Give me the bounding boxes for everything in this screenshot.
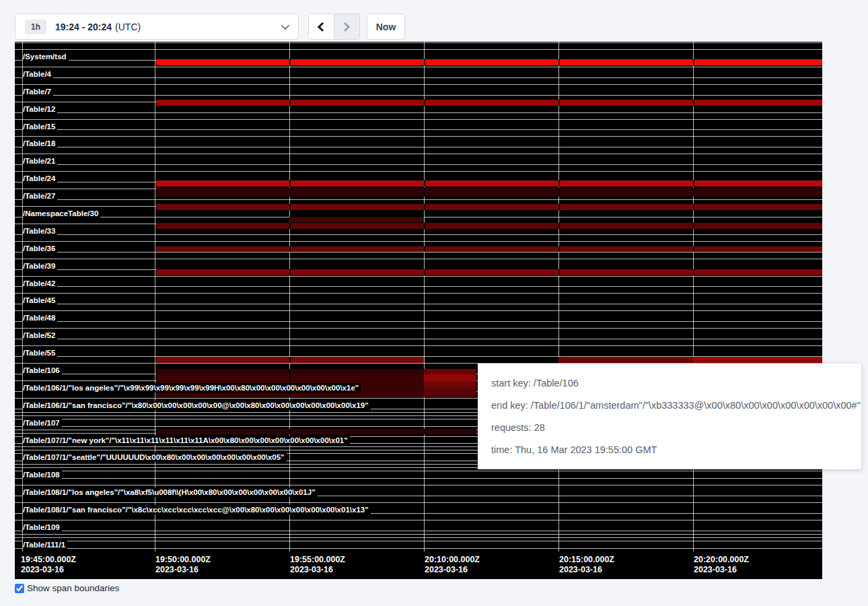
span-boundary-line	[15, 541, 822, 541]
heat-band-separator	[558, 223, 560, 229]
row-label: /Table/108/1/"san francisco"/"\x8c\xcc\x…	[23, 505, 371, 514]
row-label: /Table/7	[23, 87, 53, 96]
row-label: /Table/108/1/"los angeles"/"\xa8\xf5\u00…	[23, 487, 318, 497]
heat-band-separator	[424, 269, 425, 275]
tooltip-end-key: end key: /Table/106/1/"amsterdam"/"\xb33…	[491, 395, 848, 417]
time-axis-tick: 20:10:00.000Z2023-03-16	[425, 555, 480, 575]
row-label: /Table/106	[23, 366, 62, 375]
heat-band-separator	[289, 204, 291, 210]
heat-band	[156, 100, 822, 106]
span-boundary-line	[15, 304, 822, 304]
heat-band	[558, 357, 693, 363]
heat-band-separator	[693, 100, 694, 106]
time-range-selector[interactable]: 1h 19:24 - 20:24 (UTC)	[15, 13, 299, 40]
heat-band	[156, 204, 822, 210]
span-boundary-line	[15, 171, 822, 172]
heat-band-separator	[424, 100, 425, 106]
time-range-text: 19:24 - 20:24	[55, 22, 112, 32]
span-boundary-line	[15, 259, 822, 259]
heat-band-separator	[693, 59, 694, 65]
row-label: /Table/108	[23, 470, 62, 479]
span-boundary-line	[15, 534, 822, 535]
previous-interval-button[interactable]	[309, 14, 334, 39]
heat-band	[424, 369, 476, 374]
now-button[interactable]: Now	[367, 13, 405, 40]
row-label: /Table/36	[23, 244, 57, 253]
show-span-boundaries-label: Show span boundaries	[27, 583, 119, 593]
heat-band-separator	[693, 269, 694, 275]
row-label: /Table/106/1/"san francisco"/"\x80\x00\x…	[23, 401, 371, 410]
span-boundary-line	[15, 548, 822, 549]
span-boundary-line	[15, 485, 822, 485]
heat-band-separator	[693, 180, 694, 187]
heat-band	[424, 382, 476, 389]
heat-band-separator	[424, 59, 425, 65]
span-boundary-line	[15, 339, 822, 339]
heat-band-separator	[289, 188, 291, 197]
heat-band-separator	[289, 369, 291, 374]
time-axis-tick: 19:45:00.000Z2023-03-16	[21, 555, 76, 575]
heat-band-separator	[424, 223, 425, 229]
span-boundary-line	[15, 241, 822, 242]
span-boundary-line	[15, 293, 822, 294]
chevron-right-icon	[340, 22, 350, 31]
row-label: /NamespaceTable/30	[23, 209, 100, 218]
span-boundary-line	[15, 77, 822, 78]
heat-band-separator	[558, 204, 560, 210]
heat-band-separator	[558, 246, 560, 252]
heat-band-separator	[424, 180, 425, 187]
key-visualizer-heatmap[interactable]: /System/tsd/Table/4/Table/7/Table/12/Tab…	[15, 42, 822, 579]
timezone-text: (UTC)	[115, 22, 141, 32]
time-bucket-line	[693, 42, 694, 551]
span-boundary-line	[15, 502, 822, 503]
heat-band-separator	[693, 188, 694, 197]
heat-band-separator	[289, 100, 291, 106]
heat-band-separator	[693, 246, 694, 252]
span-boundary-line	[15, 164, 822, 165]
heat-band-separator	[289, 180, 291, 187]
heat-band	[424, 389, 476, 397]
heat-band	[156, 180, 822, 187]
span-boundary-line	[15, 310, 822, 311]
heat-band	[156, 188, 822, 197]
row-label: /Table/42	[23, 279, 57, 288]
heat-band	[693, 357, 822, 363]
span-boundary-line	[15, 321, 822, 322]
heat-band-separator	[558, 188, 560, 197]
show-span-boundaries-checkbox[interactable]	[15, 584, 24, 593]
time-axis-tick: 19:50:00.000Z2023-03-16	[155, 555, 211, 575]
time-bucket-line	[424, 42, 425, 551]
row-label: /Table/27	[23, 191, 57, 201]
heat-band	[156, 246, 822, 252]
row-label: /Table/12	[23, 104, 57, 114]
tooltip-requests: requests: 28	[491, 417, 848, 439]
row-label: /Table/45	[23, 296, 57, 305]
span-boundary-line	[15, 234, 822, 235]
heat-band-separator	[424, 204, 425, 210]
heat-band	[289, 217, 424, 222]
time-bucket-line	[558, 42, 559, 551]
row-label: /Table/111/1	[23, 540, 67, 549]
span-boundary-line	[15, 49, 822, 50]
time-axis-tick: 20:15:00.000Z2023-03-16	[559, 555, 614, 575]
heat-band-separator	[424, 429, 425, 434]
span-boundary-line	[15, 276, 822, 277]
heat-band-separator	[558, 59, 560, 65]
span-boundary-line	[15, 42, 822, 43]
tooltip-start-key: start key: /Table/106	[491, 372, 848, 395]
next-interval-button-disabled[interactable]	[334, 14, 360, 39]
span-boundary-line	[15, 520, 822, 520]
footer-controls: Show span boundaries	[15, 583, 119, 593]
heat-band-separator	[424, 246, 425, 252]
row-label: /Table/24	[23, 174, 57, 183]
heat-band-separator	[558, 100, 560, 106]
row-label: /Table/15	[23, 122, 57, 131]
time-axis-tick: 20:20:00.000Z2023-03-16	[694, 555, 749, 575]
heat-band-separator	[289, 223, 291, 229]
key-visualizer-page: { "toolbar": { "preset": "1h", "range": …	[0, 0, 868, 606]
row-label: /Table/48	[23, 313, 57, 323]
heat-band-separator	[289, 246, 291, 252]
row-label: /Table/107/1/"new york"/"\x11\x11\x11\x1…	[23, 436, 350, 445]
heat-band-separator	[289, 269, 291, 275]
time-axis-tick: 19:55:00.000Z2023-03-16	[290, 555, 345, 575]
